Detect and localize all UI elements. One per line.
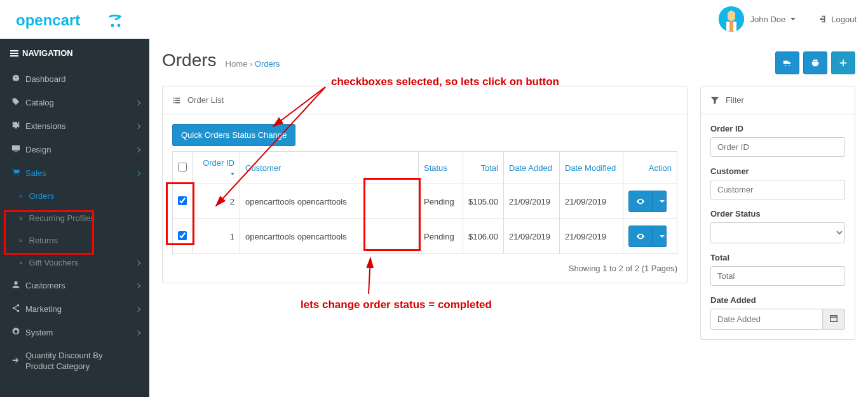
order-status-select[interactable]: [710, 222, 845, 243]
user-icon: [11, 280, 25, 291]
sidebar-item-sales[interactable]: Sales: [0, 161, 149, 185]
col-status[interactable]: Status: [424, 163, 447, 173]
page-title: Orders: [162, 50, 217, 71]
monitor-icon: [11, 144, 25, 155]
orders-table: Order ID Customer Status Total Date Adde…: [172, 151, 677, 254]
filter-heading: Filter: [701, 86, 855, 114]
svg-point-8: [17, 310, 20, 313]
share-icon: [11, 304, 25, 314]
col-date-added[interactable]: Date Added: [509, 163, 552, 173]
order-list-heading: Order List: [163, 86, 687, 114]
calendar-icon: [829, 314, 838, 323]
order-id-input[interactable]: [710, 137, 845, 157]
sidebar-subitem-recurring[interactable]: » Recurring Profiles: [0, 207, 149, 229]
table-row: 1opencarttools opencarttoolsPending$106.…: [173, 219, 677, 254]
row-checkbox[interactable]: [178, 231, 187, 240]
arrow-icon: »: [19, 215, 23, 222]
nav-header: NAVIGATION: [0, 39, 149, 67]
col-date-modified[interactable]: Date Modified: [565, 163, 616, 173]
col-total[interactable]: Total: [481, 163, 498, 173]
user-menu[interactable]: John Doe: [707, 6, 808, 32]
logout-icon: [818, 15, 827, 24]
customer-input[interactable]: [710, 180, 845, 199]
dropdown-toggle[interactable]: [653, 225, 667, 247]
sidebar-item-customers[interactable]: Customers: [0, 274, 149, 297]
tag-icon: [11, 97, 25, 108]
page-header: Orders Home › Orders: [149, 39, 868, 86]
cart-icon: [11, 168, 25, 178]
chevron-right-icon: [135, 330, 140, 335]
invoice-button[interactable]: [775, 51, 799, 74]
view-button[interactable]: [628, 191, 653, 212]
pagination-info: Showing 1 to 2 of 2 (1 Pages): [172, 254, 677, 273]
arrow-right-icon: [11, 356, 25, 367]
row-checkbox[interactable]: [178, 196, 187, 205]
chevron-right-icon: [135, 123, 140, 128]
eye-icon: [636, 197, 645, 206]
total-input[interactable]: [710, 266, 845, 286]
sidebar-item-dashboard[interactable]: Dashboard: [0, 67, 149, 91]
opencart-logo[interactable]: opencart: [16, 11, 128, 30]
breadcrumb-orders[interactable]: Orders: [255, 59, 280, 69]
col-order-id[interactable]: Order ID: [203, 158, 234, 177]
dashboard-icon: [11, 74, 25, 84]
svg-point-1: [111, 24, 114, 27]
arrow-icon: »: [19, 192, 23, 199]
calendar-button[interactable]: [823, 309, 845, 330]
plus-icon: [839, 58, 848, 67]
logout-label: Logout: [831, 15, 857, 24]
sidebar-item-system[interactable]: System: [0, 321, 149, 344]
sidebar-item-marketing[interactable]: Marketing: [0, 297, 149, 321]
cell-status: Pending: [419, 184, 463, 219]
sidebar-subitem-returns[interactable]: » Returns: [0, 229, 149, 252]
avatar: [719, 6, 744, 32]
cell-total: $106.00: [463, 219, 504, 254]
arrow-icon: »: [19, 237, 23, 244]
col-action: Action: [623, 152, 677, 184]
add-button[interactable]: [831, 51, 855, 74]
date-added-label: Date Added: [710, 295, 845, 305]
cell-total: $105.00: [463, 184, 504, 219]
date-added-input[interactable]: [710, 309, 823, 330]
eye-icon: [636, 232, 645, 241]
chevron-right-icon: [135, 147, 140, 152]
sidebar-subitem-giftvouchers[interactable]: » Gift Vouchers: [0, 252, 149, 274]
caret-down-icon: [660, 235, 665, 238]
col-customer[interactable]: Customer: [245, 163, 281, 173]
filter-icon: [710, 96, 719, 105]
sidebar-item-catalog[interactable]: Catalog: [0, 91, 149, 114]
caret-down-icon: [660, 200, 665, 203]
gear-icon: [11, 327, 25, 338]
svg-point-6: [17, 304, 20, 307]
filter-panel: Filter Order ID Customer Order Status: [700, 86, 855, 340]
list-icon: [172, 96, 181, 105]
sidebar-item-design[interactable]: Design: [0, 138, 149, 161]
svg-rect-5: [729, 22, 733, 32]
customer-label: Customer: [710, 166, 845, 176]
view-button[interactable]: [628, 225, 653, 247]
chevron-right-icon: [135, 283, 140, 288]
order-id-label: Order ID: [710, 124, 845, 133]
dropdown-toggle[interactable]: [653, 191, 667, 212]
svg-text:opencart: opencart: [16, 11, 80, 29]
print-button[interactable]: [803, 51, 827, 74]
order-status-label: Order Status: [710, 209, 845, 219]
content-area: Orders Home › Orders Order List: [149, 39, 868, 397]
sidebar-item-extensions[interactable]: Extensions: [0, 114, 149, 138]
puzzle-icon: [11, 121, 25, 131]
chevron-right-icon: [135, 100, 140, 105]
sidebar-subitem-orders[interactable]: » Orders: [0, 185, 149, 207]
arrow-icon: »: [19, 259, 23, 266]
logout-link[interactable]: Logout: [807, 15, 868, 24]
order-list-panel: Order List Quick Orders Status Change Or…: [162, 86, 688, 283]
cell-order-id: 1: [193, 219, 240, 254]
breadcrumb: Home › Orders: [226, 50, 280, 69]
cell-customer: opencarttools opencarttools: [240, 184, 419, 219]
truck-icon: [783, 58, 792, 67]
sidebar-item-quantity-discount[interactable]: Quantity Discount By Product Category: [0, 344, 149, 379]
quick-status-change-button[interactable]: Quick Orders Status Change: [172, 124, 295, 146]
sort-desc-icon: [231, 173, 234, 175]
select-all-checkbox[interactable]: [178, 163, 187, 172]
caret-down-icon: [790, 18, 796, 20]
cell-status: Pending: [419, 219, 463, 254]
